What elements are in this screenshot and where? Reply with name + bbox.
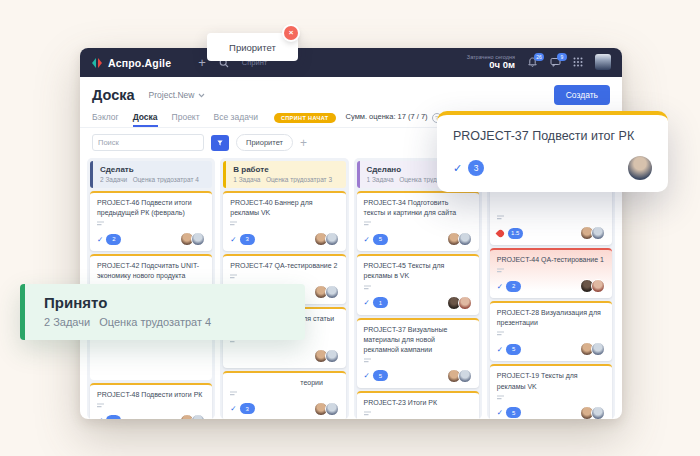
card-footer: ✓ 5 bbox=[497, 342, 605, 356]
check-icon: ✓ bbox=[453, 162, 462, 175]
app-logo[interactable]: Аспро.Agile bbox=[91, 57, 171, 69]
task-card[interactable]: PROJECT-44 QA-тестирование 1 ✓ 2 bbox=[490, 248, 612, 298]
task-card[interactable]: PROJECT-45 Тексты для рекламы в VK ✓ 1 bbox=[357, 254, 479, 314]
estimate-badge: 2 bbox=[506, 281, 521, 292]
notifications-badge: 26 bbox=[534, 53, 544, 61]
messages-button[interactable]: 9 bbox=[550, 57, 561, 67]
task-title: PROJECT-37 Визуальные материалы для ново… bbox=[364, 325, 472, 355]
column-title: В работе bbox=[233, 165, 338, 174]
tab-Доска[interactable]: Доска bbox=[133, 112, 158, 127]
task-card[interactable]: PROJECT-23 Итоги РК ✓ 5 bbox=[357, 391, 479, 419]
card-footer: ✓ 5 bbox=[497, 406, 605, 419]
card-footer bbox=[230, 349, 338, 363]
column-subtitle: 2 Задачи Оценка трудозатрат 4 bbox=[100, 176, 205, 183]
time-tracker: Затрачено сегодня 0ч 0м bbox=[467, 54, 515, 71]
avatar bbox=[191, 232, 205, 246]
tab-Все задачи[interactable]: Все задачи bbox=[214, 112, 258, 127]
estimate-badge: 5 bbox=[373, 370, 388, 381]
column-subtitle: 1 Задача Оценка трудозатрат 3 bbox=[233, 176, 338, 183]
task-card[interactable]: PROJECT-40 Баннер для рекламы VK ✓ 3 bbox=[223, 191, 345, 251]
priority-tooltip: Приоритет bbox=[207, 33, 298, 61]
estimate-summary: Сумм. оценка: 17 (7 / 7)? bbox=[346, 112, 442, 122]
logo-text: Аспро.Agile bbox=[108, 57, 171, 69]
avatars bbox=[450, 369, 472, 383]
card-footer: 1.5 bbox=[497, 226, 605, 240]
task-title: теории bbox=[230, 378, 338, 388]
description-icon bbox=[497, 395, 605, 401]
card-footer: ✓ 5 bbox=[364, 232, 472, 246]
column-header[interactable]: В работе 1 Задача Оценка трудозатрат 3 bbox=[223, 161, 345, 188]
task-card[interactable]: PROJECT-34 Подготовить тексты и картинки… bbox=[357, 191, 479, 251]
add-icon[interactable]: + bbox=[198, 56, 206, 69]
avatars bbox=[583, 406, 605, 419]
project-selector[interactable]: Project.New bbox=[149, 90, 206, 100]
task-title: PROJECT-48 Подвести итоги РК bbox=[97, 390, 205, 400]
check-icon: ✓ bbox=[497, 408, 503, 417]
notifications-button[interactable]: 26 bbox=[527, 57, 538, 68]
time-value: 0ч 0м bbox=[467, 60, 515, 71]
estimate-badge: 5 bbox=[506, 344, 521, 355]
description-icon bbox=[230, 221, 338, 227]
description-icon bbox=[497, 331, 605, 337]
tab-Бэклог[interactable]: Бэклог bbox=[92, 112, 119, 127]
estimate-badge: 2 bbox=[106, 234, 121, 245]
avatar bbox=[628, 156, 652, 180]
close-icon[interactable]: × bbox=[284, 26, 298, 40]
tab-Проект[interactable]: Проект bbox=[172, 112, 200, 127]
description-icon bbox=[364, 285, 472, 291]
task-title: PROJECT-44 QA-тестирование 1 bbox=[497, 255, 605, 265]
avatar bbox=[325, 402, 339, 416]
avatar bbox=[591, 226, 605, 240]
avatar bbox=[325, 349, 339, 363]
avatars bbox=[183, 414, 205, 419]
task-title: PROJECT-42 Подсчитать UNIT-экономику нов… bbox=[97, 261, 205, 281]
task-popup[interactable]: PROJECT-37 Подвести итог РК ✓ 3 bbox=[437, 111, 668, 192]
page-title: Доска bbox=[92, 87, 135, 103]
sprint-status-badge: СПРИНТ НАЧАТ bbox=[274, 113, 336, 123]
check-icon: ✓ bbox=[364, 371, 370, 380]
search-input[interactable] bbox=[92, 134, 204, 151]
popup-task-title: PROJECT-37 Подвести итог РК bbox=[453, 129, 652, 143]
task-title: PROJECT-28 Визуализация для презентации bbox=[497, 308, 605, 328]
estimate-badge: 1 bbox=[373, 297, 388, 308]
task-card[interactable]: PROJECT-19 Тексты для рекламы VK ✓ 5 bbox=[490, 364, 612, 419]
create-button[interactable]: Создать bbox=[554, 85, 610, 105]
avatars bbox=[583, 342, 605, 356]
accepted-title: Принято bbox=[44, 294, 305, 311]
description-icon bbox=[364, 358, 472, 364]
estimate-badge: 3 bbox=[240, 234, 255, 245]
task-card[interactable]: теории ✓ 3 bbox=[223, 371, 345, 419]
user-avatar[interactable] bbox=[595, 54, 611, 70]
task-card[interactable]: PROJECT-28 Визуализация для презентации … bbox=[490, 301, 612, 361]
accepted-panel: Принято 2 Задачи Оценка трудозатрат 4 bbox=[20, 284, 305, 340]
check-icon: ✓ bbox=[364, 298, 370, 307]
task-title: PROJECT-40 Баннер для рекламы VK bbox=[230, 198, 338, 218]
task-card[interactable]: PROJECT-46 Подвести итоги предыдущей РК … bbox=[90, 191, 212, 251]
avatars bbox=[183, 232, 205, 246]
avatar bbox=[325, 232, 339, 246]
add-filter-icon[interactable]: + bbox=[300, 137, 307, 149]
avatars bbox=[317, 349, 339, 363]
card-footer: ✓ 3 bbox=[230, 402, 338, 416]
card-footer: ✓ 2 bbox=[497, 279, 605, 293]
task-title: PROJECT-45 Тексты для рекламы в VK bbox=[364, 261, 472, 281]
estimate-badge: 1.5 bbox=[508, 228, 523, 239]
task-title: PROJECT-46 Подвести итоги предыдущей РК … bbox=[97, 198, 205, 218]
task-card[interactable]: PROJECT-48 Подвести итоги РК ✓ 2 bbox=[90, 383, 212, 419]
filter-button[interactable] bbox=[211, 135, 229, 151]
description-icon bbox=[497, 268, 605, 274]
column-cards: PROJECT-34 Подготовить тексты и картинки… bbox=[357, 191, 479, 419]
apps-grid-button[interactable] bbox=[573, 57, 583, 67]
avatar bbox=[591, 342, 605, 356]
messages-badge: 9 bbox=[557, 53, 567, 61]
column-header[interactable]: Сделать 2 Задачи Оценка трудозатрат 4 bbox=[90, 161, 212, 188]
priority-filter-chip[interactable]: Приоритет bbox=[236, 134, 293, 151]
task-title: PROJECT-19 Тексты для рекламы VK bbox=[497, 371, 605, 391]
check-icon: ✓ bbox=[364, 235, 370, 244]
avatar bbox=[591, 279, 605, 293]
description-icon bbox=[230, 391, 338, 397]
logo-icon bbox=[91, 57, 103, 69]
priority-icon bbox=[495, 228, 505, 238]
card-footer: ✓ 3 bbox=[230, 232, 338, 246]
task-card[interactable]: PROJECT-37 Визуальные материалы для ново… bbox=[357, 318, 479, 388]
